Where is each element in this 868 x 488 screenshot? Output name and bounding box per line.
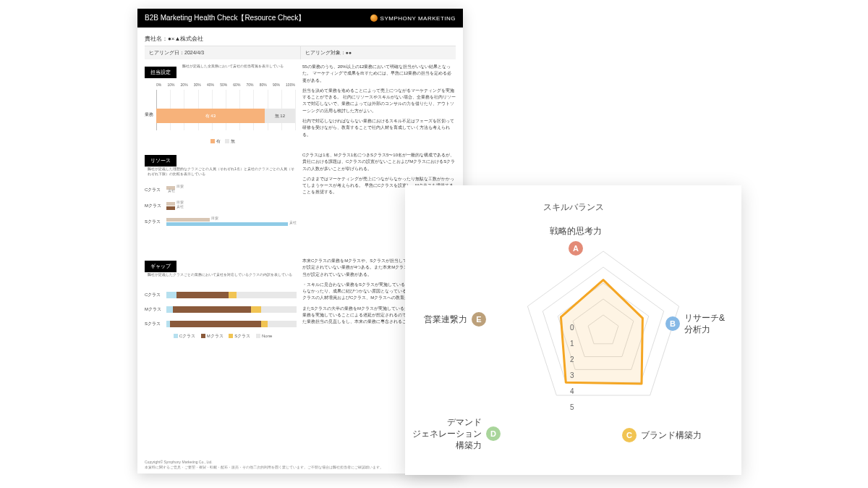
radar-axis-E: 営業連繋力E <box>424 312 486 327</box>
radar-axis-A: 戦略的思考力A <box>550 225 602 256</box>
chart-gap: CクラスMクラスSクラスCクラス Mクラス Sクラス None <box>145 290 297 359</box>
comment-1c: 社内で対応しなければならない業務におけるスキル不足はフェーズを区切って研修を受け… <box>302 118 456 138</box>
svg-marker-5 <box>561 280 642 384</box>
chart-responsibility: 0%10%20%30%40%50%60%70%80%90%100% 業務 有 4… <box>145 83 297 145</box>
report-footer: Copyright© Symphony Marketing Co., Ltd. … <box>145 460 383 469</box>
axis-badge-E: E <box>472 312 486 327</box>
axis-label-D: デマンド ジェネレーション 構築力 <box>412 416 482 452</box>
radar-axis-B: Bリサーチ& 分析力 <box>665 312 725 335</box>
company-name: 貴社名：●×▲株式会社 <box>145 32 456 46</box>
axis-label-A: 戦略的思考力 <box>550 225 602 237</box>
comment-1a: 55の業務のうち、20%以上の12業務において明確な担当がいない結果となった。 … <box>302 64 456 84</box>
axis-badge-C: C <box>622 428 637 442</box>
disclaimer: 本資料に関するご意見・ご要望・複製・転載・配布・販売・その他二次的利用を固く禁じ… <box>145 465 383 470</box>
section2-label: リソース <box>145 155 176 167</box>
chart1-legend: 有無 <box>145 138 297 145</box>
brand-logo: SYMPHONY MARKETING <box>370 14 456 22</box>
section-responsibility: 担当設定 弊社が定義した全業務において貴社の担当有無を表示している 0%10%2… <box>137 59 463 148</box>
axis-label-C: ブランド構築力 <box>641 429 702 441</box>
section1-label: 担当設定 <box>145 67 176 78</box>
brand-name: SYMPHONY MARKETING <box>380 15 456 22</box>
section1-sublabel: 弊社が定義した全業務において貴社の担当有無を表示している <box>182 64 284 69</box>
radar-title: スキルバランス <box>405 185 741 214</box>
chart-resource: Cクラス目安貴社Mクラス目安貴社Sクラス目安貴社 <box>145 184 297 251</box>
radar-axis-C: Cブランド構築力 <box>622 428 702 442</box>
report-meta: 貴社名：●×▲株式会社 ヒアリング日：2024/4/3 ヒアリング対象：●● <box>137 28 463 59</box>
radar-axis-D: デマンド ジェネレーション 構築力D <box>412 416 501 452</box>
comment-1b: 担当を決めて業務を進めることによって売上につながるマーケティングを実施することが… <box>302 88 456 114</box>
radar-card: スキルバランス 012345戦略的思考力ABリサーチ& 分析力Cブランド構築力デ… <box>405 185 741 475</box>
hearing-date: ヒアリング日：2024/4/3 <box>145 46 300 59</box>
axis-label-B: リサーチ& 分析力 <box>684 312 725 335</box>
comment-2a: Cクラスは1名、Mクラス1名につきSクラス5〜10名が一般的な構成であるが、貴社… <box>302 152 456 172</box>
axis-badge-A: A <box>569 241 583 256</box>
chart1-ylabel: 業務 <box>145 112 153 118</box>
section3-label: ギャップ <box>145 261 176 272</box>
report-title-bar: B2B Marketing Health Check【Resource Chec… <box>137 9 463 28</box>
axis-badge-D: D <box>486 426 501 441</box>
globe-icon <box>370 14 378 22</box>
axis-label-E: 営業連繋力 <box>424 314 467 325</box>
hearing-target: ヒアリング対象：●● <box>300 46 456 59</box>
radar-chart: 012345戦略的思考力ABリサーチ& 分析力Cブランド構築力デマンド ジェネレ… <box>405 214 741 460</box>
axis-badge-B: B <box>665 316 680 331</box>
report-title: B2B Marketing Health Check【Resource Chec… <box>145 13 305 23</box>
section3-sublabel: 弊社が定義したクラスごとの業務において貴社を対応しているクラスの内訳を表している <box>148 272 292 277</box>
section2-sublabel: 弊社が定義した理想的なクラスごとの人員（それぞれ1名）と貴社のクラスごとの人員（… <box>148 167 297 176</box>
